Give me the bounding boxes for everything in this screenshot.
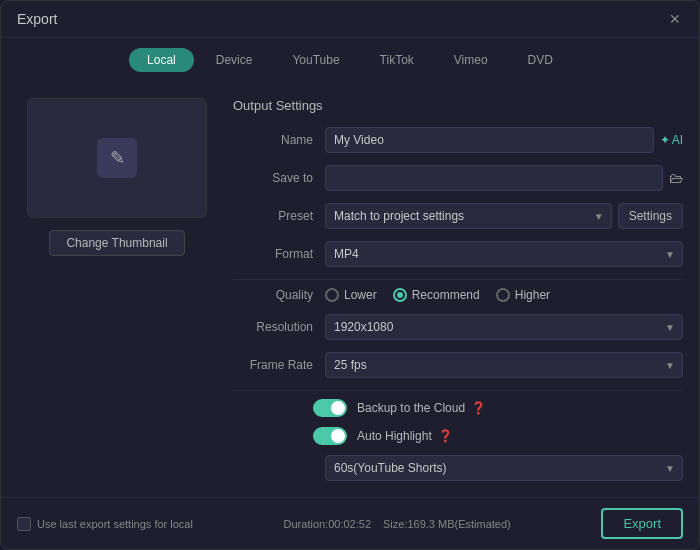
tab-local[interactable]: Local [129, 48, 194, 72]
quality-lower-option[interactable]: Lower [325, 288, 377, 302]
tab-bar: Local Device YouTube TikTok Vimeo DVD [1, 38, 699, 82]
resolution-select-wrap: 1920x1080 ▼ [325, 314, 683, 340]
settings-button[interactable]: Settings [618, 203, 683, 229]
export-window: Export ✕ Local Device YouTube TikTok Vim… [0, 0, 700, 550]
last-export-label: Use last export settings for local [37, 518, 193, 530]
name-label: Name [233, 133, 313, 147]
preset-row-right: Match to project settings ▼ Settings [325, 203, 683, 229]
backup-label: Backup to the Cloud [357, 401, 465, 415]
size-info: Size:169.3 MB(Estimated) [383, 518, 511, 530]
auto-highlight-toggle-row: Auto Highlight ❓ [233, 427, 683, 445]
save-to-input[interactable] [325, 165, 663, 191]
ai-button[interactable]: ✦ AI [660, 133, 683, 147]
save-to-row: Save to 🗁 [233, 165, 683, 191]
ai-icon: ✦ [660, 133, 670, 147]
left-panel: ✎ Change Thumbnail [17, 82, 217, 497]
resolution-label: Resolution [233, 320, 313, 334]
quality-recommend-radio[interactable] [393, 288, 407, 302]
auto-highlight-select[interactable]: 60s(YouTube Shorts) [325, 455, 683, 481]
thumbnail-preview: ✎ [27, 98, 207, 218]
auto-highlight-help-icon[interactable]: ❓ [438, 429, 453, 443]
save-to-label: Save to [233, 171, 313, 185]
footer: Use last export settings for local Durat… [1, 497, 699, 549]
backup-help-icon[interactable]: ❓ [471, 401, 486, 415]
auto-highlight-toggle[interactable] [313, 427, 347, 445]
change-thumbnail-button[interactable]: Change Thumbnail [49, 230, 184, 256]
footer-info: Duration:00:02:52 Size:169.3 MB(Estimate… [284, 518, 511, 530]
frame-rate-label: Frame Rate [233, 358, 313, 372]
preset-row: Preset Match to project settings ▼ Setti… [233, 203, 683, 229]
quality-radio-group: Lower Recommend Higher [325, 288, 550, 302]
right-panel: Output Settings Name ✦ AI Save to 🗁 [233, 82, 683, 497]
name-input[interactable] [325, 127, 654, 153]
auto-highlight-toggle-knob [331, 429, 345, 443]
section-title: Output Settings [233, 98, 683, 113]
quality-row: Quality Lower Recommend Higher [233, 288, 683, 302]
tab-tiktok[interactable]: TikTok [362, 48, 432, 72]
backup-toggle-knob [331, 401, 345, 415]
auto-highlight-sub-select-inner: 60s(YouTube Shorts) ▼ [325, 455, 683, 481]
radio-dot [397, 292, 403, 298]
save-to-row-right: 🗁 [325, 165, 683, 191]
backup-toggle-row: Backup to the Cloud ❓ [233, 399, 683, 417]
close-button[interactable]: ✕ [667, 11, 683, 27]
name-row-right: ✦ AI [325, 127, 683, 153]
tab-vimeo[interactable]: Vimeo [436, 48, 506, 72]
tab-device[interactable]: Device [198, 48, 271, 72]
preset-select[interactable]: Match to project settings [325, 203, 612, 229]
title-bar: Export ✕ [1, 1, 699, 38]
quality-higher-radio[interactable] [496, 288, 510, 302]
last-export-checkbox[interactable] [17, 517, 31, 531]
name-row: Name ✦ AI [233, 127, 683, 153]
footer-left: Use last export settings for local [17, 517, 193, 531]
tab-dvd[interactable]: DVD [510, 48, 571, 72]
frame-rate-select[interactable]: 25 fps [325, 352, 683, 378]
quality-label: Quality [233, 288, 313, 302]
format-row: Format MP4 ▼ [233, 241, 683, 267]
window-title: Export [17, 11, 57, 27]
tab-youtube[interactable]: YouTube [274, 48, 357, 72]
frame-rate-select-wrap: 25 fps ▼ [325, 352, 683, 378]
resolution-select[interactable]: 1920x1080 [325, 314, 683, 340]
pencil-icon: ✎ [97, 138, 137, 178]
export-button[interactable]: Export [601, 508, 683, 539]
divider-2 [233, 390, 683, 391]
quality-lower-radio[interactable] [325, 288, 339, 302]
preset-label: Preset [233, 209, 313, 223]
format-label: Format [233, 247, 313, 261]
folder-icon[interactable]: 🗁 [669, 170, 683, 186]
frame-rate-row: Frame Rate 25 fps ▼ [233, 352, 683, 378]
resolution-row: Resolution 1920x1080 ▼ [233, 314, 683, 340]
backup-toggle[interactable] [313, 399, 347, 417]
duration-info: Duration:00:02:52 [284, 518, 371, 530]
main-content: ✎ Change Thumbnail Output Settings Name … [1, 82, 699, 497]
divider-1 [233, 279, 683, 280]
quality-higher-option[interactable]: Higher [496, 288, 550, 302]
format-select[interactable]: MP4 [325, 241, 683, 267]
auto-highlight-label: Auto Highlight [357, 429, 432, 443]
format-select-wrap: MP4 ▼ [325, 241, 683, 267]
auto-highlight-sub-select-wrap: 60s(YouTube Shorts) ▼ [233, 455, 683, 481]
quality-recommend-option[interactable]: Recommend [393, 288, 480, 302]
